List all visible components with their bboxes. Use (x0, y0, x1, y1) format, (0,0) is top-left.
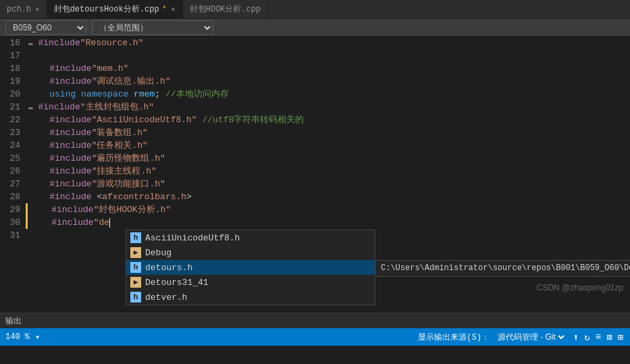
new-terminal-icon[interactable]: ⊞ (616, 332, 625, 343)
autocomplete-item-3[interactable]: ▶ Detours31_41 (126, 275, 375, 290)
filter-icon[interactable]: ≡ (594, 332, 602, 342)
editor-area: 16 17 18 19 20 21 22 23 24 25 26 27 28 2… (0, 36, 630, 313)
zoom-label: 140 % (5, 332, 30, 342)
autocomplete-label-0: AsciiUnicodeUtf8.h (145, 232, 371, 244)
tab-detours-modified: * (162, 5, 167, 14)
file-icon-4: h (130, 292, 141, 303)
autocomplete-item-1[interactable]: ▶ Debug (126, 245, 375, 260)
code-line-30: #include"de (26, 216, 630, 229)
autocomplete-label-3: Detours31_41 (145, 276, 371, 289)
tab-pch-label: pch.h (7, 5, 31, 14)
code-line-29: #include"封包HOOK分析.h" (26, 203, 630, 216)
status-source-label: 显示输出来源(S)： (418, 332, 490, 343)
autocomplete-item-0[interactable]: h AsciiUnicodeUtf8.h (126, 230, 375, 245)
code-line-17 (26, 49, 630, 62)
file-icon-2: h (130, 262, 141, 273)
git-icon[interactable]: ⬆ (572, 332, 580, 343)
line-numbers: 16 17 18 19 20 21 22 23 24 25 26 27 28 2… (0, 36, 26, 313)
autocomplete-label-2: detours.h (145, 261, 371, 274)
code-line-28: #include <afxcontrolbars.h> (26, 190, 630, 203)
output-title: 输出 (0, 313, 630, 328)
autocomplete-item-4[interactable]: h detver.h (126, 290, 375, 305)
stop-icon[interactable]: ⊠ (605, 332, 613, 343)
refresh-icon[interactable]: ↻ (583, 332, 591, 343)
tab-hook[interactable]: 封包HOOK分析.cpp (183, 0, 269, 18)
tab-detours-close[interactable]: ✕ (171, 5, 176, 14)
folder-icon-1: ▶ (130, 247, 141, 258)
autocomplete-path-hint: C:\Users\Administrator\source\repos\B001… (375, 260, 630, 277)
file-icon-0: h (130, 232, 141, 243)
code-line-26: #include"挂接主线程.h" (26, 165, 630, 178)
file-dropdown[interactable]: B059_O60 (5, 20, 86, 35)
code-line-24: #include"任务相关.h" (26, 139, 630, 152)
status-left: 140 % ▾ (5, 332, 413, 342)
code-line-21: ▬ #include"主线封包组包.h" (26, 101, 630, 113)
autocomplete-label-4: detver.h (145, 291, 371, 304)
code-line-27: #include"游戏功能接口.h" (26, 178, 630, 190)
code-line-23: #include"装备数组.h" (26, 126, 630, 139)
folder-icon-3: ▶ (130, 277, 141, 288)
output-panel: 输出 140 % ▾ 显示输出来源(S)： 源代码管理 - Git ⬆ ↻ ≡ … (0, 313, 630, 346)
tab-pch-close[interactable]: ✕ (35, 5, 40, 14)
autocomplete-label-1: Debug (145, 246, 371, 259)
output-title-text: 输出 (5, 315, 22, 327)
autocomplete-dropdown[interactable]: h AsciiUnicodeUtf8.h ▶ Debug h detours.h… (126, 230, 375, 305)
code-line-25: #include"遍历怪物数组.h" (26, 152, 630, 165)
code-line-18: #include"mem.h" (26, 62, 630, 75)
tab-bar: pch.h ✕ 封包detoursHook分析.cpp * ✕ 封包HOOK分析… (0, 0, 630, 19)
status-separator: ▾ (35, 332, 40, 342)
code-line-16: ▬ #include"Resource.h" (26, 36, 630, 49)
code-line-19: #include"调试信息.输出.h" (26, 75, 630, 88)
status-icons: ⬆ ↻ ≡ ⊠ ⊞ (572, 332, 625, 343)
autocomplete-item-2[interactable]: h detours.h C:\Users\Administrator\sourc… (126, 260, 375, 275)
code-line-22: #include"AsciiUnicodeUtf8.h" //utf8字符串转码… (26, 113, 630, 126)
source-select[interactable]: 源代码管理 - Git (495, 332, 567, 342)
toolbar: B059_O60 （全局范围） (0, 19, 630, 36)
code-content[interactable]: ▬ #include"Resource.h" #include"mem.h" #… (26, 36, 630, 313)
tab-detours[interactable]: 封包detoursHook分析.cpp * ✕ (47, 0, 183, 18)
code-line-20: using namespace rmem; //本地访问内存 (26, 88, 630, 101)
tab-pch[interactable]: pch.h ✕ (0, 0, 47, 18)
status-bar: 140 % ▾ 显示输出来源(S)： 源代码管理 - Git ⬆ ↻ ≡ ⊠ ⊞ (0, 328, 630, 346)
scope-dropdown[interactable]: （全局范围） (92, 20, 213, 35)
watermark: CSDN @zhaopeng01zp (537, 283, 623, 292)
tab-detours-label: 封包detoursHook分析.cpp (54, 3, 159, 15)
tab-hook-label: 封包HOOK分析.cpp (190, 3, 261, 15)
